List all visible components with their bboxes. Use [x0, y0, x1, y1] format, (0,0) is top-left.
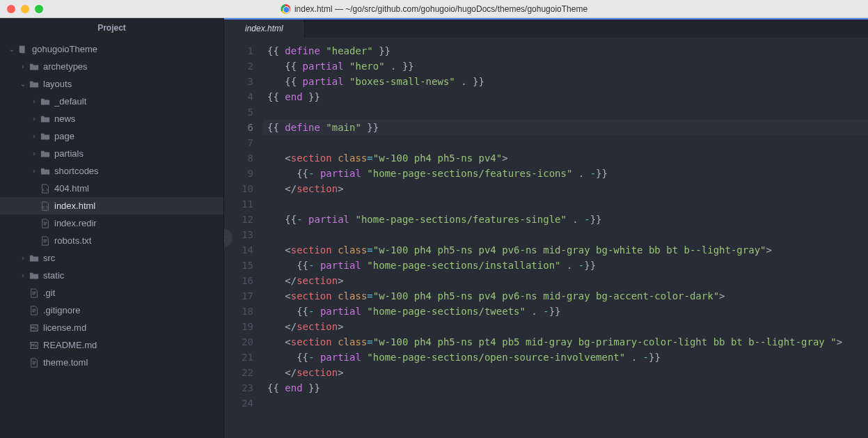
line-number: 11: [224, 196, 253, 212]
tree-item-index-html[interactable]: index.html: [0, 197, 223, 214]
line-number: 20: [224, 334, 253, 350]
code-line[interactable]: [263, 104, 868, 120]
code-line[interactable]: <section class="w-100 ph4 ph5-ns pv4 pv6…: [263, 242, 868, 258]
tree-item-index-redir[interactable]: index.redir: [0, 214, 223, 232]
tree-item-label: index.redir: [54, 218, 97, 228]
tree-item-label: theme.toml: [43, 357, 88, 368]
traffic-lights: [0, 5, 43, 13]
tree-item--git[interactable]: .git: [0, 284, 223, 302]
code-line[interactable]: [263, 227, 868, 242]
editor-area: index.html 12345678910111213141516171819…: [224, 18, 868, 438]
folder-icon: [28, 62, 40, 72]
tree-item-label: .gitignore: [43, 305, 80, 315]
tree-item-archetypes[interactable]: ›archetypes: [0, 58, 223, 75]
tree-item-license-md[interactable]: license.md: [0, 319, 223, 336]
code-line[interactable]: {{- partial "home-page-sections/features…: [263, 166, 868, 181]
code-line[interactable]: {{ end }}: [263, 89, 868, 104]
chevron-down-icon[interactable]: ⌄: [7, 45, 17, 53]
tree-item-robots-txt[interactable]: robots.txt: [0, 232, 223, 249]
line-number: 8: [224, 150, 253, 166]
line-number: 6: [224, 120, 253, 135]
code-line[interactable]: {{ partial "boxes-small-news" . }}: [263, 74, 868, 89]
tree-item-label: partials: [54, 148, 84, 159]
code-line[interactable]: {{ end }}: [263, 380, 868, 396]
file-code-icon: [39, 201, 52, 211]
tree-item-label: .git: [43, 288, 55, 298]
folder-icon: [39, 149, 52, 159]
tree-item-layouts[interactable]: ⌄layouts: [0, 75, 223, 93]
line-number: 1: [224, 43, 253, 58]
line-number: 17: [224, 288, 253, 304]
tree-item--default[interactable]: ›_default: [0, 93, 223, 110]
code-line[interactable]: </section>: [263, 319, 868, 334]
code-line[interactable]: </section>: [263, 181, 868, 196]
chevron-right-icon[interactable]: ›: [29, 132, 39, 140]
line-number: 18: [224, 304, 253, 319]
line-number: 19: [224, 319, 253, 334]
tree-item-label: index.html: [54, 201, 95, 211]
tree-item-theme-toml[interactable]: theme.toml: [0, 354, 223, 371]
code-line[interactable]: [263, 396, 868, 411]
file-markdown-icon: [28, 323, 40, 333]
chevron-right-icon[interactable]: ›: [29, 167, 39, 175]
code-line[interactable]: [263, 135, 868, 150]
code-line[interactable]: </section>: [263, 365, 868, 380]
line-number: 5: [224, 104, 253, 120]
line-number: 24: [224, 396, 253, 411]
file-icon: [39, 236, 52, 246]
code-line[interactable]: {{- partial "home-page-sections/features…: [263, 212, 868, 227]
tree-item-label: page: [54, 131, 74, 141]
code-line[interactable]: <section class="w-100 ph4 ph5-ns pt4 pb5…: [263, 334, 868, 350]
tree-item-label: robots.txt: [54, 235, 91, 246]
chevron-right-icon[interactable]: ›: [18, 254, 28, 262]
line-number: 10: [224, 181, 253, 196]
code-line[interactable]: <section class="w-100 ph4 ph5-ns pv4 pv6…: [263, 288, 868, 304]
close-icon[interactable]: [7, 5, 15, 13]
minimize-icon[interactable]: [21, 5, 29, 13]
tree-item-label: shortcodes: [54, 166, 99, 176]
tree-item-gohugoiotheme[interactable]: ⌄gohugoioTheme: [0, 40, 223, 58]
tree-item-shortcodes[interactable]: ›shortcodes: [0, 162, 223, 180]
chevron-right-icon[interactable]: ›: [29, 97, 39, 105]
tree-item--gitignore[interactable]: .gitignore: [0, 302, 223, 319]
tree-item-readme-md[interactable]: README.md: [0, 336, 223, 354]
file-tree[interactable]: ⌄gohugoioTheme›archetypes⌄layouts›_defau…: [0, 38, 223, 438]
code-line[interactable]: {{- partial "home-page-sections/open-sou…: [263, 350, 868, 365]
file-markdown-icon: [28, 341, 40, 350]
tree-item-page[interactable]: ›page: [0, 127, 223, 145]
file-icon: [28, 288, 40, 298]
tree-item-static[interactable]: ›static: [0, 267, 223, 284]
code-line[interactable]: {{- partial "home-page-sections/tweets" …: [263, 304, 868, 319]
code-line[interactable]: {{ define "header" }}: [263, 43, 868, 58]
code-content[interactable]: {{ define "header" }} {{ partial "hero" …: [263, 38, 868, 438]
tree-item-label: README.md: [43, 340, 97, 350]
editor-body[interactable]: 123456789101112131415161718192021222324 …: [224, 38, 868, 438]
code-line[interactable]: [263, 196, 868, 212]
tree-item-news[interactable]: ›news: [0, 110, 223, 127]
chevron-right-icon[interactable]: ›: [29, 115, 39, 123]
window-title: index.html — ~/go/src/github.com/gohugoi…: [281, 4, 587, 14]
tree-item-src[interactable]: ›src: [0, 249, 223, 267]
project-header: Project: [0, 18, 223, 38]
tree-item-partials[interactable]: ›partials: [0, 145, 223, 162]
tab-index-html[interactable]: index.html: [224, 19, 305, 38]
file-icon: [28, 306, 40, 315]
file-icon: [28, 358, 40, 368]
line-number: 22: [224, 365, 253, 380]
repo-icon: [17, 45, 29, 54]
code-line[interactable]: {{- partial "home-page-sections/installa…: [263, 258, 868, 273]
tree-item-404-html[interactable]: 404.html: [0, 180, 223, 197]
chevron-right-icon[interactable]: ›: [18, 272, 28, 279]
chevron-right-icon[interactable]: ›: [29, 150, 39, 157]
line-number: 7: [224, 135, 253, 150]
line-number: 16: [224, 273, 253, 288]
chevron-right-icon[interactable]: ›: [18, 63, 28, 70]
chevron-down-icon[interactable]: ⌄: [18, 80, 28, 88]
maximize-icon[interactable]: [35, 5, 43, 13]
code-line[interactable]: <section class="w-100 ph4 ph5-ns pv4">: [263, 150, 868, 166]
code-line[interactable]: {{ define "main" }}: [263, 120, 868, 135]
code-line[interactable]: {{ partial "hero" . }}: [263, 58, 868, 74]
line-number: 21: [224, 350, 253, 365]
file-icon: [39, 219, 52, 228]
code-line[interactable]: </section>: [263, 273, 868, 288]
